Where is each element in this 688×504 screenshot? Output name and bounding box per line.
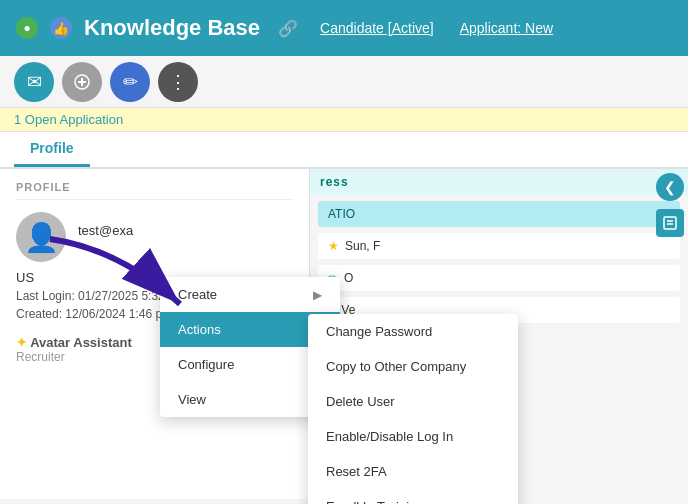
star-icon: ✦: [16, 335, 27, 350]
user-avatar-icon: 👤: [24, 221, 59, 254]
file-button[interactable]: [656, 209, 684, 237]
menu-item-create[interactable]: Create ▶: [160, 277, 340, 312]
submenu-delete-user[interactable]: Delete User: [308, 384, 518, 419]
edit-button[interactable]: ✏: [110, 62, 150, 102]
avatar-row: 👤 test@exa -: [16, 212, 293, 262]
user-email: test@exa: [78, 223, 133, 238]
right-item-2: ✏ O: [318, 265, 680, 291]
link-icon: 🔗: [278, 19, 298, 38]
toolbar: ✉ ✏ ⋮: [0, 56, 688, 108]
thumbs-up-icon: 👍: [50, 17, 72, 39]
chevron-right-icon: ▶: [313, 288, 322, 302]
avatar: 👤: [16, 212, 66, 262]
open-applications-text: 1 Open Application: [14, 112, 123, 127]
profile-section-label: PROFILE: [16, 181, 293, 200]
tab-profile[interactable]: Profile: [14, 132, 90, 167]
header: ● 👍 Knowledge Base 🔗 Candidate [Active] …: [0, 0, 688, 56]
submenu-change-password[interactable]: Change Password: [308, 314, 518, 349]
add-button[interactable]: [62, 62, 102, 102]
submenu-reset-2fa[interactable]: Reset 2FA: [308, 454, 518, 489]
back-button[interactable]: ❮: [656, 173, 684, 201]
tabs: Profile: [0, 132, 688, 169]
applicant-new-link[interactable]: Applicant: New: [460, 20, 553, 36]
assistant-name: Avatar Assistant: [30, 335, 132, 350]
right-top-label: ress: [310, 169, 688, 195]
more-button[interactable]: ⋮: [158, 62, 198, 102]
submenu-copy-company[interactable]: Copy to Other Company: [308, 349, 518, 384]
submenu-enroll-training[interactable]: Enroll In Training: [308, 489, 518, 504]
app-bar: 1 Open Application: [0, 108, 688, 132]
submenu-enable-disable[interactable]: Enable/Disable Log In: [308, 419, 518, 454]
candidate-active-link[interactable]: Candidate [Active]: [320, 20, 434, 36]
svg-rect-3: [664, 217, 676, 229]
item1-icon: ★: [328, 239, 339, 253]
right-item-1: ★ Sun, F: [318, 233, 680, 259]
status-dot-green: ●: [16, 17, 38, 39]
page-title: Knowledge Base: [84, 15, 260, 41]
email-button[interactable]: ✉: [14, 62, 54, 102]
right-block: ATIO: [318, 201, 680, 227]
user-name: -: [78, 238, 133, 252]
main-content: PROFILE 👤 test@exa - US Last Login: 01/2…: [0, 169, 688, 499]
submenu: Change Password Copy to Other Company De…: [308, 314, 518, 504]
